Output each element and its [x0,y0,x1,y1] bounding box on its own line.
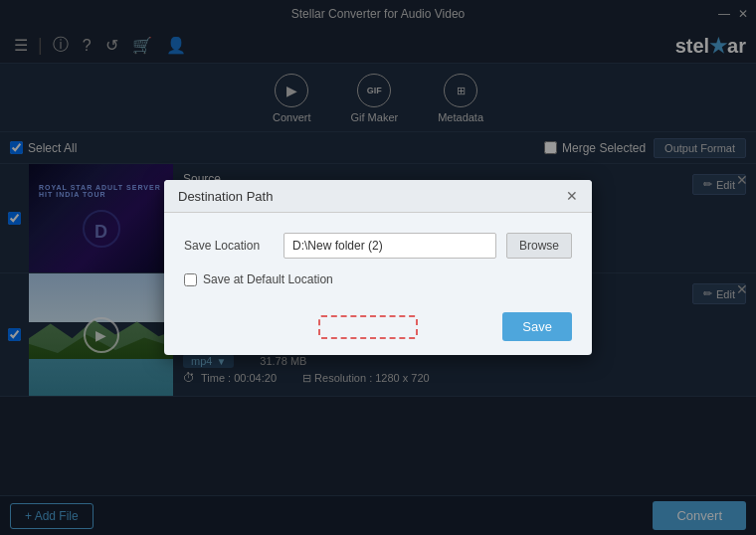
save-button[interactable]: Save [502,312,572,341]
default-location-checkbox[interactable] [184,273,197,286]
modal-header: Destination Path ✕ [164,180,592,213]
destination-path-modal: Destination Path ✕ Save Location Browse … [164,180,592,355]
modal-footer: Save [164,302,592,355]
save-location-row: Save Location Browse [184,233,572,259]
modal-body: Save Location Browse Save at Default Loc… [164,213,592,302]
modal-title: Destination Path [178,189,273,204]
default-location-row: Save at Default Location [184,272,572,286]
browse-button[interactable]: Browse [506,233,572,259]
save-location-label: Save Location [184,239,274,253]
save-location-input[interactable] [284,233,496,259]
dashed-selection [318,315,418,339]
modal-close-button[interactable]: ✕ [566,188,578,204]
default-location-label: Save at Default Location [203,272,333,286]
modal-overlay: Destination Path ✕ Save Location Browse … [0,0,756,535]
